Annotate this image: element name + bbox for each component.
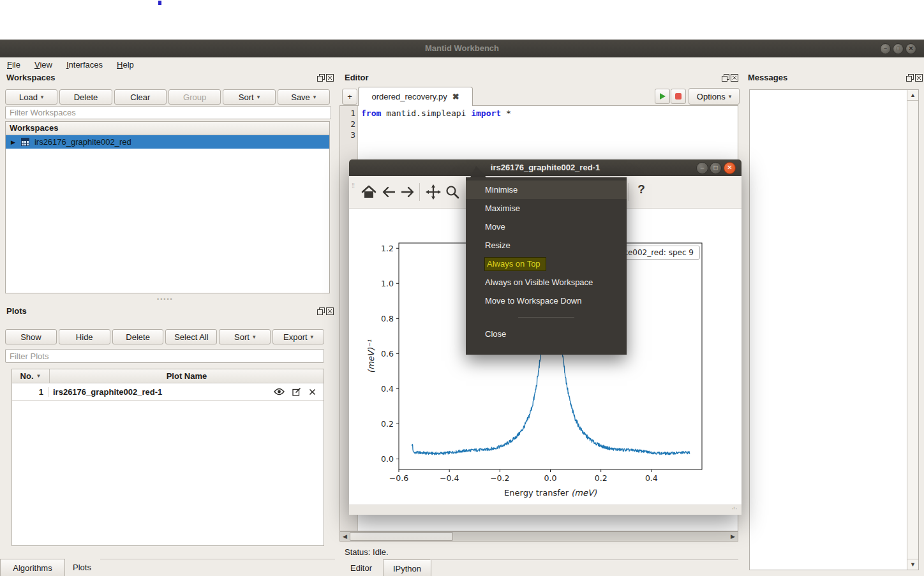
menu-item-move[interactable]: Move bbox=[466, 218, 627, 236]
window-context-menu: MinimiseMaximiseMoveResizeAlways on TopA… bbox=[466, 177, 627, 355]
svg-text:0.4: 0.4 bbox=[645, 473, 658, 483]
plot-list-row[interactable]: 1irs26176_graphite002_red-1 bbox=[12, 383, 324, 401]
tab-ipython[interactable]: IPython bbox=[383, 559, 431, 576]
plots-sort-button[interactable]: Sort▾ bbox=[219, 329, 271, 344]
plots-table: No.▼ Plot Name 1irs26176_graphite002_red… bbox=[11, 369, 324, 546]
close-plot-icon[interactable] bbox=[309, 388, 316, 395]
editor-float-icon[interactable] bbox=[722, 74, 729, 82]
editor-tabbar-line bbox=[430, 559, 738, 560]
workspaces-close-icon[interactable] bbox=[326, 74, 334, 82]
dropdown-arrow-icon: ▾ bbox=[41, 94, 44, 100]
y-axis-label: (meV)⁻¹ bbox=[366, 340, 376, 373]
menu-item-maximise[interactable]: Maximise bbox=[466, 199, 627, 218]
plots-select-all-button[interactable]: Select All bbox=[165, 329, 217, 344]
dropdown-arrow-icon: ▾ bbox=[311, 334, 314, 340]
workspaces-sort-button[interactable]: Sort▾ bbox=[223, 89, 275, 105]
close-button[interactable]: ✕ bbox=[905, 43, 916, 54]
abort-button[interactable] bbox=[671, 89, 686, 104]
messages-panel-title: Messages bbox=[748, 73, 787, 82]
scroll-left-icon[interactable]: ◀ bbox=[341, 533, 349, 540]
main-window-title: Mantid Workbench bbox=[0, 40, 924, 57]
back-icon[interactable] bbox=[381, 184, 396, 200]
plots-close-icon[interactable] bbox=[326, 307, 334, 315]
status-text: Status: Idle. bbox=[345, 547, 389, 557]
scroll-up-icon[interactable]: ▲ bbox=[907, 90, 918, 101]
column-header-no[interactable]: No.▼ bbox=[12, 369, 50, 383]
messages-vscrollbar[interactable]: ▲ ▼ bbox=[907, 90, 918, 570]
menu-file[interactable]: File bbox=[0, 60, 27, 70]
stop-icon bbox=[674, 92, 682, 100]
menu-item-close[interactable]: Close bbox=[466, 325, 627, 343]
menu-item-always-on-top[interactable]: Always on Top bbox=[466, 255, 627, 273]
home-icon[interactable] bbox=[361, 184, 376, 200]
menu-interfaces[interactable]: Interfaces bbox=[59, 60, 110, 70]
svg-text:0.6: 0.6 bbox=[381, 349, 394, 358]
tab-algorithms[interactable]: Algorithms bbox=[0, 559, 65, 576]
plots-delete-button[interactable]: Delete bbox=[112, 329, 164, 344]
menu-help[interactable]: Help bbox=[110, 60, 141, 70]
resize-grip[interactable]: ⠴⠄ bbox=[731, 507, 739, 510]
workspace-item[interactable]: ▶ irs26176_graphite002_red bbox=[6, 135, 329, 149]
rename-plot-icon[interactable] bbox=[292, 387, 301, 396]
workspaces-float-icon[interactable] bbox=[317, 74, 325, 82]
main-titlebar: Mantid Workbench – □ ✕ bbox=[0, 40, 924, 57]
workspaces-group-button: Group bbox=[168, 89, 221, 105]
filter-workspaces-input[interactable] bbox=[5, 106, 331, 119]
help-icon[interactable]: ? bbox=[635, 182, 648, 200]
figure-minimize-button[interactable]: – bbox=[696, 162, 708, 174]
new-tab-button[interactable]: + bbox=[342, 89, 357, 105]
forward-icon[interactable] bbox=[400, 184, 415, 200]
menu-item-resize[interactable]: Resize bbox=[466, 236, 627, 255]
scroll-right-icon[interactable]: ▶ bbox=[729, 533, 737, 540]
zoom-icon[interactable] bbox=[445, 184, 460, 200]
menu-item-minimise[interactable]: Minimise bbox=[466, 181, 627, 199]
plots-show-button[interactable]: Show bbox=[5, 329, 57, 344]
editor-tab[interactable]: ordered_recovery.py ✖ bbox=[358, 87, 473, 106]
expand-arrow-icon[interactable]: ▶ bbox=[11, 139, 15, 145]
figure-close-button[interactable]: ✕ bbox=[724, 162, 736, 174]
show-plot-eye-icon[interactable] bbox=[274, 388, 285, 395]
plot-row-number: 1 bbox=[12, 387, 49, 397]
run-button[interactable] bbox=[655, 89, 670, 104]
figure-titlebar[interactable]: irs26176_graphite002_red-1 – □ ✕ bbox=[349, 159, 741, 176]
svg-text:1.0: 1.0 bbox=[381, 279, 394, 288]
tabbar-line bbox=[100, 559, 335, 559]
menu-item-always-on-visible-workspace[interactable]: Always on Visible Workspace bbox=[466, 273, 627, 292]
editor-close-icon[interactable] bbox=[731, 74, 738, 82]
toolbar-drag-handle[interactable]: ⣿ bbox=[352, 184, 355, 200]
figure-maximize-button[interactable]: □ bbox=[710, 162, 722, 174]
pan-icon[interactable] bbox=[426, 184, 441, 200]
plot-row-name: irs26176_graphite002_red-1 bbox=[49, 387, 274, 397]
hscroll-thumb[interactable] bbox=[350, 532, 453, 541]
filter-plots-input[interactable] bbox=[5, 349, 324, 363]
dock-splitter-handle[interactable]: ••••• bbox=[157, 299, 179, 301]
tab-plots[interactable]: Plots bbox=[64, 559, 100, 576]
menu-view[interactable]: View bbox=[27, 60, 59, 70]
workspaces-clear-button[interactable]: Clear bbox=[114, 89, 167, 105]
stray-caret-artifact bbox=[158, 1, 161, 5]
tab-close-icon[interactable]: ✖ bbox=[452, 92, 459, 101]
dropdown-arrow-icon: ▾ bbox=[257, 94, 260, 100]
plots-float-icon[interactable] bbox=[317, 307, 325, 315]
line-number: 2 bbox=[340, 119, 355, 129]
workspaces-delete-button[interactable]: Delete bbox=[59, 89, 112, 105]
plots-export-button[interactable]: Export▾ bbox=[272, 329, 324, 344]
tab-editor[interactable]: Editor bbox=[342, 559, 380, 576]
column-header-plot-name[interactable]: Plot Name bbox=[50, 369, 324, 383]
workspaces-save-button[interactable]: Save▾ bbox=[278, 89, 330, 105]
editor-tab-label: ordered_recovery.py bbox=[371, 92, 447, 101]
messages-close-icon[interactable] bbox=[915, 74, 923, 82]
editor-panel-title: Editor bbox=[345, 73, 369, 82]
maximize-button[interactable]: □ bbox=[893, 43, 904, 54]
minimize-button[interactable]: – bbox=[880, 43, 891, 54]
workspaces-load-button[interactable]: Load▾ bbox=[5, 89, 57, 105]
messages-log[interactable]: ▲ ▼ bbox=[749, 89, 919, 570]
editor-hscrollbar[interactable]: ◀ ▶ bbox=[339, 531, 738, 542]
plots-panel-title: Plots bbox=[6, 306, 27, 316]
plots-hide-button[interactable]: Hide bbox=[59, 329, 110, 344]
scroll-down-icon[interactable]: ▼ bbox=[907, 559, 918, 570]
menu-item-move-to-workspace-down[interactable]: Move to Workspace Down bbox=[466, 292, 627, 310]
options-button[interactable]: Options▾ bbox=[689, 88, 740, 105]
context-menu-pointer bbox=[468, 166, 487, 177]
messages-float-icon[interactable] bbox=[906, 74, 914, 82]
